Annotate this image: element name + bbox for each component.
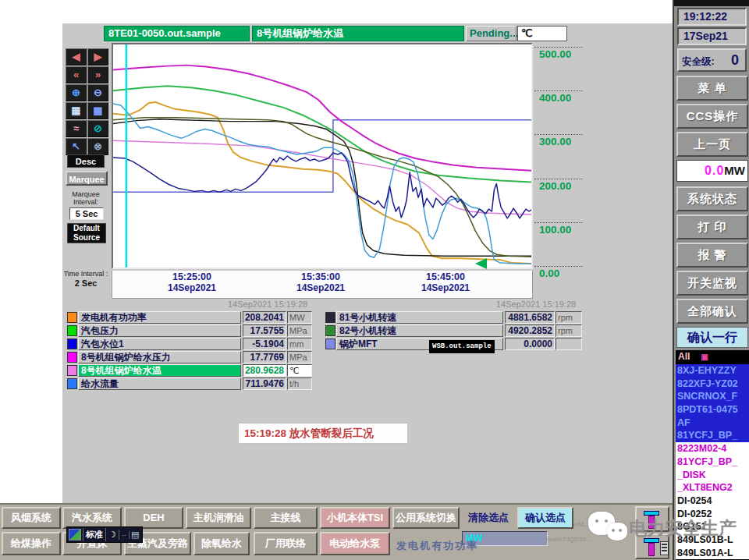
alarm-list-item[interactable]: _XLT8ENG2 xyxy=(676,481,749,494)
nav-main-wiring[interactable]: 主接线 xyxy=(254,507,318,529)
step-forward-icon[interactable]: ▶ xyxy=(87,48,108,66)
y-gridline xyxy=(534,134,583,135)
legend-row[interactable]: 汽包压力17.5755MPa xyxy=(67,324,317,338)
trend-series-汽包水位1 xyxy=(113,153,531,218)
disable-icon[interactable]: ⊘ xyxy=(87,120,108,137)
default-source-button[interactable]: Default Source xyxy=(67,223,106,243)
desc-button[interactable]: Desc xyxy=(67,154,105,168)
pen-color-swatch xyxy=(67,325,77,336)
ccs-ops-button[interactable]: CCS操作 xyxy=(676,104,748,129)
pan-icon[interactable]: ⊗ xyxy=(87,138,108,155)
ime-punct-icon[interactable]: ·· xyxy=(119,531,130,539)
legend-row[interactable]: 81号小机转速4881.6582rpm xyxy=(325,311,587,324)
alarm-list-item[interactable]: 849LS01A-L xyxy=(676,547,749,560)
switch-monitor-button[interactable]: 开关监视 xyxy=(676,271,748,296)
alarm-list-item[interactable]: DI-0252 xyxy=(676,508,749,521)
alarm-list-item[interactable]: SNCRNOX_F xyxy=(676,390,749,403)
alarm-list-item[interactable]: 8PDT61-0475 xyxy=(676,403,749,416)
print-button[interactable]: 打 印 xyxy=(676,214,748,239)
ime-toolbar[interactable]: 标准 ☽ ·· ▤ xyxy=(66,526,143,543)
legend-row[interactable]: 8号机组锅炉给水压力17.7769MPa xyxy=(67,351,317,364)
alarm-button[interactable]: 报 警 xyxy=(676,243,748,268)
alarm-list-item[interactable]: _DISK xyxy=(676,469,749,482)
grid-view-icon[interactable]: ▩ xyxy=(87,102,108,119)
pen-unit: rpm xyxy=(556,324,582,337)
y-gridline xyxy=(534,90,583,91)
clear-select-button[interactable]: 清除选点 xyxy=(462,507,515,529)
trend-pen-icon[interactable]: ≈ xyxy=(66,120,87,137)
confirm-select-button[interactable]: 确认选点 xyxy=(517,507,573,529)
marquee-button[interactable]: Marquee xyxy=(66,171,108,186)
alarm-list-item[interactable]: 849LS01B-L xyxy=(676,533,749,547)
ime-keyboard-icon[interactable]: ▤ xyxy=(130,530,140,540)
legend-row[interactable]: 汽包水位1-5.1904mm xyxy=(67,338,317,351)
legend-row[interactable]: 82号小机转速4920.2852rpm xyxy=(325,324,587,338)
x-axis-label: 15:45:0014Sep2021 xyxy=(403,271,488,293)
marquee-interval-value[interactable]: 5 Sec xyxy=(69,207,104,220)
alarm-list-item[interactable]: 8223M02-4 xyxy=(676,442,749,455)
pen-label: 汽包水位1 xyxy=(78,338,241,350)
nav-common-system-switch[interactable]: 公用系统切换 xyxy=(392,507,460,529)
legend-row[interactable]: 锅炉MFTWSB.out.sample0.0000 xyxy=(325,338,587,351)
pen-value: 17.7769 xyxy=(243,351,286,363)
alarm-filter-icon[interactable]: ▣ xyxy=(701,350,708,363)
step-back-icon[interactable]: ◀ xyxy=(66,48,87,66)
system-status-button[interactable]: 系统状态 xyxy=(676,186,748,211)
page-forward-icon[interactable]: » xyxy=(87,66,108,83)
alarm-list-item[interactable]: 81YCFJ_BP_ xyxy=(676,429,749,442)
nav-deaerator-feedwater[interactable]: 除氧给水 xyxy=(193,532,250,555)
ime-halfwidth-icon[interactable]: ☽ xyxy=(106,530,119,540)
prev-page-button[interactable]: 上一页 xyxy=(676,132,748,157)
nav-motor-feed-pump[interactable]: 电动给水泵 xyxy=(320,532,390,555)
security-level-value: 0 xyxy=(731,52,739,69)
pen-value: 208.2041 xyxy=(243,311,286,324)
pointer-icon[interactable]: ↖ xyxy=(66,138,87,155)
alarm-list-item[interactable]: 8G151 xyxy=(676,520,749,533)
security-level-box: 安全级: 0 xyxy=(677,48,747,72)
alarm-list-header[interactable]: All▣ xyxy=(676,350,749,364)
zoom-out-icon[interactable]: ⊖ xyxy=(87,84,108,101)
nav-main-lube-oil[interactable]: 主机润滑油 xyxy=(186,507,251,529)
page-back-icon[interactable]: « xyxy=(66,66,87,83)
alarm-filter-label[interactable]: All xyxy=(678,351,690,362)
confirm-all-button[interactable]: 全部确认 xyxy=(676,299,748,324)
unit-load-display: 0.0MW xyxy=(676,160,748,182)
nav-coal-feed[interactable]: 给煤操作 xyxy=(2,532,61,555)
unit-load-unit: MW xyxy=(724,164,745,177)
confirm-one-line-button[interactable]: 确认一行 xyxy=(676,327,748,348)
nav-deh[interactable]: DEH xyxy=(124,507,183,529)
sidebar-top-strip xyxy=(674,0,749,6)
trend-plot[interactable] xyxy=(112,43,533,269)
menu-button[interactable]: 菜 单 xyxy=(676,76,748,101)
pen-color-swatch xyxy=(67,338,77,349)
alarm-list-item[interactable]: 81YCFJ_BP_ xyxy=(676,455,749,469)
trend-page-button-2[interactable] xyxy=(635,533,669,559)
point-description-label[interactable]: 8号机组锅炉给水温 xyxy=(252,26,464,41)
legend-row[interactable]: 发电机有功功率208.2041MW xyxy=(67,311,317,324)
point-tag-label[interactable]: 8TE01-0050.out.sample xyxy=(104,26,250,41)
legend-row[interactable]: 8号机组锅炉给水温280.9628℃ xyxy=(67,364,317,377)
time-interval-value[interactable]: 2 Sec xyxy=(62,278,109,288)
pen-value: 0.0000 xyxy=(505,338,555,350)
zoom-in-icon[interactable]: ⊕ xyxy=(66,84,87,101)
ime-mode-label[interactable]: 标准 xyxy=(83,528,106,541)
nav-bfpt-tsi[interactable]: 小机本体TSI xyxy=(320,507,390,529)
y-gridline xyxy=(534,179,583,179)
default-source-line2: Source xyxy=(68,233,105,243)
alarm-list-item[interactable]: 822XFJ-YZ02 xyxy=(676,377,749,391)
alarm-list-item[interactable]: DI-0254 xyxy=(676,494,749,508)
nav-steam-water[interactable]: 汽水系统 xyxy=(62,507,122,529)
nav-fan-flue[interactable]: 风烟系统 xyxy=(2,507,61,529)
y-axis-label: 300.00 xyxy=(539,136,571,147)
legend-table-icon[interactable]: ▦ xyxy=(66,102,87,119)
y-axis: 500.00400.00300.00200.00100.000.00 xyxy=(534,43,592,289)
legend-row[interactable]: 给水流量711.9476t/h xyxy=(67,377,317,391)
pen-value: 4881.6582 xyxy=(505,311,555,324)
pen-label: 8号机组锅炉给水压力 xyxy=(78,351,241,363)
ime-logo-icon[interactable] xyxy=(69,529,81,541)
alarm-list-item[interactable]: AF xyxy=(676,416,749,430)
trend-page-button-1[interactable] xyxy=(635,506,669,532)
alarm-list-item[interactable]: 8XJ-EHYZZY xyxy=(676,364,749,377)
pen-unit: t/h xyxy=(287,377,312,390)
nav-plant-interconnection[interactable]: 厂用联络 xyxy=(254,532,318,555)
